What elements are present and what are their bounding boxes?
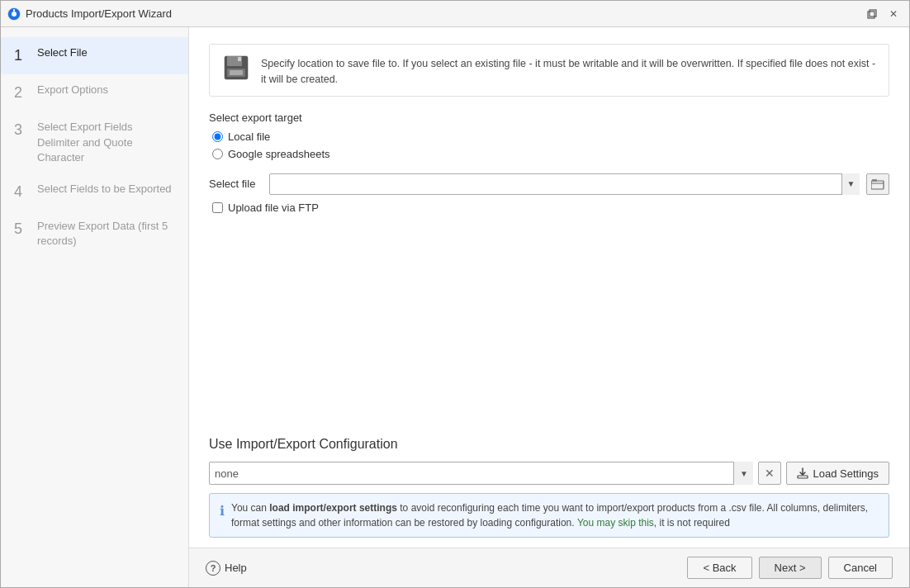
- export-target-section: Select export target Local file Google s…: [209, 111, 889, 160]
- content-area: Specify location to save file to. If you…: [189, 27, 909, 230]
- radio-google-input[interactable]: [212, 149, 223, 159]
- svg-rect-2: [13, 9, 15, 12]
- cancel-button[interactable]: Cancel: [828, 557, 893, 579]
- titlebar: Products Import/Export Wizard ✕: [1, 1, 909, 27]
- svg-rect-7: [238, 57, 241, 61]
- radio-google-label: Google spreadsheets: [228, 148, 330, 160]
- upload-ftp-checkbox[interactable]: [212, 202, 223, 213]
- radio-local-input[interactable]: [212, 131, 223, 142]
- select-file-label: Select file: [209, 178, 263, 190]
- select-file-row: Select file ▼: [209, 173, 889, 195]
- sidebar-item-select-file[interactable]: 1 Select File: [1, 37, 188, 74]
- sidebar-item-preview[interactable]: 5 Preview Export Data (first 5 records): [1, 211, 188, 257]
- step-number-3: 3: [14, 120, 29, 140]
- info-banner-text: Specify location to save file to. If you…: [261, 53, 877, 88]
- svg-rect-9: [230, 70, 243, 75]
- info-text-content: You can load import/export settings to a…: [231, 500, 879, 530]
- config-row: none ▼ ✕ Load Settings: [209, 462, 889, 485]
- config-title: Use Import/Export Configuration: [209, 437, 889, 452]
- info-banner: Specify location to save file to. If you…: [209, 44, 889, 97]
- select-file-combo-wrapper: ▼: [269, 173, 860, 195]
- config-clear-button[interactable]: ✕: [758, 462, 781, 485]
- radio-google[interactable]: Google spreadsheets: [212, 148, 889, 160]
- app-icon: [7, 7, 21, 21]
- help-button[interactable]: ? Help: [206, 561, 247, 576]
- footer-left: ? Help: [206, 561, 247, 576]
- step-number-5: 5: [14, 219, 29, 239]
- footer-right: < Back Next > Cancel: [687, 557, 893, 579]
- window-title: Products Import/Export Wizard: [26, 7, 863, 20]
- step-number-4: 4: [14, 182, 29, 202]
- help-label: Help: [225, 562, 247, 574]
- footer: ? Help < Back Next > Cancel: [189, 548, 909, 587]
- load-settings-button[interactable]: Load Settings: [786, 462, 889, 485]
- radio-local-label: Local file: [228, 130, 270, 143]
- radio-group: Local file Google spreadsheets: [209, 130, 889, 160]
- step-label-2: Export Options: [37, 83, 108, 97]
- sidebar-item-delimiter[interactable]: 3 Select Export Fields Delimiter and Quo…: [1, 111, 188, 173]
- step-label-5: Preview Export Data (first 5 records): [37, 219, 175, 249]
- step-label-1: Select File: [37, 45, 88, 60]
- select-file-input[interactable]: [269, 173, 860, 195]
- sidebar-item-fields[interactable]: 4 Select Fields to be Exported: [1, 173, 188, 211]
- svg-rect-13: [798, 476, 808, 478]
- back-button[interactable]: < Back: [687, 557, 751, 579]
- step-label-3: Select Export Fields Delimiter and Quote…: [37, 120, 175, 165]
- select-target-label: Select export target: [209, 111, 889, 124]
- svg-point-1: [12, 12, 17, 17]
- radio-local-file[interactable]: Local file: [212, 130, 889, 143]
- content-section: Specify location to save file to. If you…: [189, 27, 909, 424]
- load-settings-label: Load Settings: [813, 467, 879, 480]
- step-number-1: 1: [14, 45, 29, 66]
- upload-ftp-label: Upload file via FTP: [228, 202, 319, 214]
- main-window: Products Import/Export Wizard ✕ 1 Select…: [0, 0, 910, 588]
- help-icon: ?: [206, 561, 220, 576]
- sidebar-item-export-options[interactable]: 2 Export Options: [1, 74, 188, 111]
- svg-rect-4: [870, 10, 876, 17]
- config-select[interactable]: none: [209, 462, 753, 485]
- restore-button[interactable]: [863, 5, 881, 23]
- close-button[interactable]: ✕: [884, 5, 903, 23]
- window-controls: ✕: [863, 5, 903, 23]
- step-number-2: 2: [14, 83, 29, 103]
- disk-icon: [221, 53, 251, 83]
- upload-ftp-row: Upload file via FTP: [209, 202, 889, 214]
- svg-rect-3: [868, 12, 874, 18]
- browse-button[interactable]: [866, 173, 889, 195]
- sidebar: 1 Select File 2 Export Options 3 Select …: [1, 27, 189, 587]
- svg-rect-11: [872, 179, 877, 182]
- svg-rect-10: [871, 181, 884, 189]
- next-button[interactable]: Next >: [759, 557, 822, 579]
- config-select-wrapper: none ▼: [209, 462, 753, 485]
- right-panel: Specify location to save file to. If you…: [189, 27, 909, 587]
- step-label-4: Select Fields to be Exported: [37, 182, 172, 197]
- load-icon: [797, 467, 808, 479]
- info-text-box: ℹ You can load import/export settings to…: [209, 493, 889, 538]
- main-content: 1 Select File 2 Export Options 3 Select …: [1, 27, 909, 587]
- config-section: Use Import/Export Configuration none ▼ ✕: [189, 424, 909, 548]
- info-icon: ℹ: [220, 501, 225, 521]
